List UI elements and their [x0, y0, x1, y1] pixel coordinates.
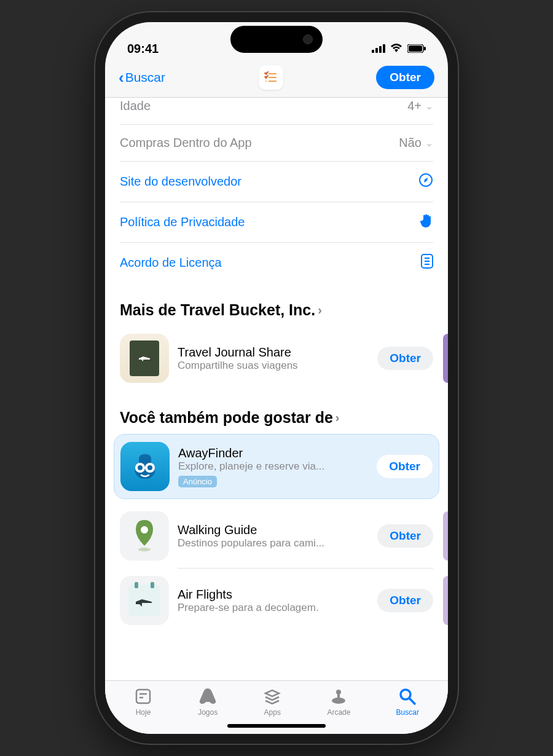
- svg-point-22: [147, 465, 152, 470]
- svg-rect-0: [372, 50, 374, 53]
- chevron-right-icon: ›: [318, 303, 322, 317]
- app-card-awayfinder[interactable]: AwayFinder Explore, planeje e reserve vi…: [114, 434, 439, 499]
- tab-apps[interactable]: Apps: [263, 687, 281, 717]
- svg-point-23: [141, 526, 148, 534]
- tab-label: Arcade: [327, 708, 350, 717]
- section-also-like[interactable]: Você também pode gostar de ›: [120, 390, 433, 434]
- app-chip-icon[interactable]: [259, 65, 283, 90]
- info-row-age[interactable]: Idade 4+⌄: [120, 98, 433, 124]
- app-icon: [120, 576, 169, 625]
- info-row-devsite[interactable]: Site do desenvolvedor: [120, 161, 433, 202]
- get-button-header[interactable]: Obter: [376, 66, 434, 89]
- app-subtitle: Prepare-se para a decolagem.: [178, 602, 369, 614]
- app-icon: [120, 511, 169, 561]
- app-card-walking-guide[interactable]: Walking Guide Destinos populares para ca…: [120, 504, 433, 568]
- chevron-down-icon: ⌄: [425, 100, 433, 112]
- home-indicator[interactable]: [227, 724, 326, 728]
- svg-point-21: [138, 465, 143, 470]
- back-label: Buscar: [125, 70, 165, 85]
- svg-rect-2: [379, 46, 382, 53]
- next-card-peek: [443, 511, 448, 561]
- link-label: Acordo de Licença: [120, 256, 222, 270]
- svg-point-30: [332, 698, 345, 704]
- svg-rect-5: [409, 45, 422, 52]
- phone-frame: 09:41 ‹ Buscar Obter: [95, 12, 458, 744]
- battery-icon: [407, 42, 426, 56]
- chevron-down-icon: ⌄: [425, 137, 433, 149]
- section-more-from[interactable]: Mais de Travel Bucket, Inc. ›: [120, 283, 433, 326]
- svg-rect-3: [383, 44, 385, 53]
- svg-point-31: [401, 690, 410, 699]
- info-row-privacy[interactable]: Política de Privacidade: [120, 202, 433, 242]
- get-button[interactable]: Obter: [377, 589, 433, 612]
- chevron-left-icon: ‹: [119, 68, 124, 87]
- dynamic-island: [230, 26, 323, 53]
- info-value: Não: [399, 136, 422, 150]
- app-name: Walking Guide: [178, 523, 369, 537]
- app-subtitle: Compartilhe suas viagens: [178, 360, 369, 372]
- link-label: Site do desenvolvedor: [120, 175, 241, 189]
- wifi-icon: [390, 42, 403, 56]
- app-card-air-flights[interactable]: Air Flights Prepare-se para a decolagem.…: [120, 569, 433, 632]
- status-time: 09:41: [127, 42, 159, 56]
- svg-line-32: [410, 699, 415, 704]
- cellular-icon: [372, 42, 385, 56]
- get-button[interactable]: Obter: [377, 524, 433, 548]
- info-row-iap[interactable]: Compras Dentro do App Não⌄: [120, 124, 433, 161]
- app-card-travel-journal[interactable]: Travel Journal Share Compartilhe suas vi…: [120, 326, 433, 390]
- app-subtitle: Explore, planeje e reserve via...: [178, 460, 368, 473]
- tab-label: Jogos: [198, 708, 218, 717]
- info-value: 4+: [407, 99, 422, 113]
- svg-rect-29: [337, 693, 340, 698]
- compass-icon: [418, 173, 433, 191]
- next-card-peek: [443, 334, 448, 383]
- info-label: Compras Dentro do App: [120, 136, 252, 150]
- get-button[interactable]: Obter: [377, 455, 433, 478]
- svg-rect-1: [375, 48, 378, 53]
- svg-rect-6: [424, 47, 426, 50]
- screen: 09:41 ‹ Buscar Obter: [105, 22, 448, 734]
- svg-rect-25: [136, 690, 150, 703]
- info-row-license[interactable]: Acordo de Licença: [120, 242, 433, 283]
- app-icon: [120, 442, 170, 491]
- tab-games[interactable]: Jogos: [198, 687, 218, 717]
- ad-badge: Anúncio: [178, 476, 217, 487]
- get-button[interactable]: Obter: [377, 347, 433, 370]
- chevron-right-icon: ›: [335, 411, 340, 425]
- document-icon: [421, 254, 433, 272]
- app-name: AwayFinder: [178, 446, 368, 460]
- nav-header: ‹ Buscar Obter: [105, 59, 448, 98]
- back-button[interactable]: ‹ Buscar: [119, 68, 165, 87]
- section-title-text: Mais de Travel Bucket, Inc.: [120, 301, 315, 319]
- tab-label: Hoje: [136, 708, 151, 717]
- svg-marker-14: [424, 178, 428, 183]
- app-name: Air Flights: [178, 588, 369, 602]
- content-scroll[interactable]: Idade 4+⌄ Compras Dentro do App Não⌄ Sit…: [105, 98, 448, 680]
- tab-label: Buscar: [396, 708, 419, 717]
- hand-icon: [420, 213, 433, 231]
- app-subtitle: Destinos populares para cami...: [178, 537, 369, 549]
- section-title-text: Você também pode gostar de: [120, 409, 333, 427]
- app-name: Travel Journal Share: [178, 345, 369, 360]
- info-label: Idade: [120, 99, 151, 113]
- tab-search[interactable]: Buscar: [396, 687, 419, 717]
- app-icon: [120, 334, 169, 383]
- next-card-peek: [443, 576, 448, 625]
- tab-arcade[interactable]: Arcade: [327, 687, 350, 717]
- link-label: Política de Privacidade: [120, 215, 245, 229]
- tab-label: Apps: [264, 708, 281, 717]
- tab-today[interactable]: Hoje: [134, 687, 152, 717]
- svg-point-24: [138, 548, 151, 551]
